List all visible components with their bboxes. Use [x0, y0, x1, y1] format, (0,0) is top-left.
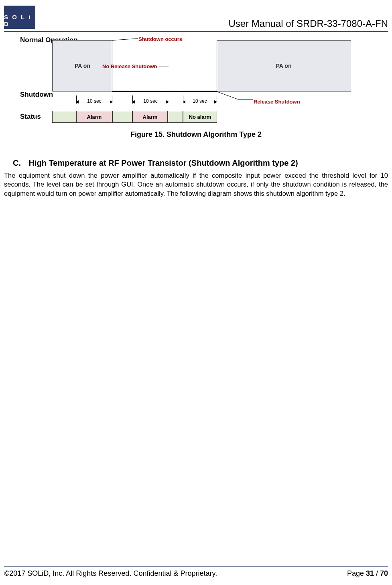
footer-divider — [4, 566, 388, 567]
shutdown-level-line — [112, 91, 217, 92]
step-edge-up — [217, 40, 217, 92]
section-title: High Temperature at RF Power Transistor … — [29, 158, 298, 167]
footer-copyright: ©2017 SOLiD, Inc. All Rights Reserved. C… — [4, 569, 217, 578]
arrow-left-icon — [76, 100, 79, 104]
document-title: User Manual of SRDR-33-7080-A-FN — [229, 18, 388, 29]
arrow-right-icon — [166, 100, 169, 104]
status-label: Alarm — [87, 114, 102, 120]
status-label: Alarm — [143, 114, 158, 120]
diagram-row-label-status: Status — [20, 113, 41, 121]
pa-on-label: PA on — [75, 63, 90, 69]
page-current: 31 — [366, 569, 374, 577]
logo: S O L i D — [4, 6, 35, 29]
leader-line — [112, 39, 138, 41]
leader-line — [159, 67, 169, 67]
page-total: 70 — [380, 569, 388, 577]
header-divider — [4, 31, 388, 32]
arrow-right-icon — [110, 100, 113, 104]
dimension-label: 10 sec — [142, 98, 158, 104]
pa-on-block-right: PA on — [217, 40, 351, 91]
leader-line — [238, 100, 253, 100]
annotation-shutdown-occurs: Shutdown occurs — [138, 36, 182, 42]
page-prefix: Page — [347, 569, 366, 577]
shutdown-diagram: Normal Operation Shutdown Status PA on P… — [0, 35, 392, 135]
dimension-10sec-3: 10 sec — [183, 99, 217, 105]
status-segment — [52, 111, 76, 123]
section-paragraph: The equipment shut down the power amplif… — [4, 171, 388, 198]
status-label: No alarm — [189, 114, 211, 120]
figure-caption: Figure 15. Shutdown Algorithm Type 2 — [0, 130, 392, 139]
status-segment — [112, 111, 132, 123]
section-number: C. — [13, 158, 26, 168]
arrow-right-icon — [214, 100, 217, 104]
arrow-left-icon — [183, 100, 185, 104]
arrow-left-icon — [132, 100, 135, 104]
diagram-row-label-shutdown: Shutdown — [20, 91, 53, 99]
annotation-release: Release Shutdown — [254, 99, 300, 105]
page-sep: / — [374, 569, 380, 577]
dimension-label: 10 sec — [192, 98, 207, 104]
footer-page-number: Page 31 / 70 — [347, 569, 388, 578]
dimension-10sec-1: 10 sec — [76, 99, 112, 105]
leader-line — [168, 67, 168, 91]
pa-on-label: PA on — [276, 63, 292, 69]
dimension-10sec-2: 10 sec — [132, 99, 169, 105]
leader-line — [217, 91, 238, 99]
status-segment — [168, 111, 183, 123]
status-segment-noalarm: No alarm — [183, 111, 217, 123]
section-heading: C. High Temperature at RF Power Transist… — [13, 158, 298, 168]
dimension-label: 10 sec — [86, 98, 102, 104]
status-segment-alarm: Alarm — [132, 111, 168, 123]
annotation-no-release: No Release Shutdown — [102, 63, 157, 69]
status-segment-alarm: Alarm — [76, 111, 112, 123]
